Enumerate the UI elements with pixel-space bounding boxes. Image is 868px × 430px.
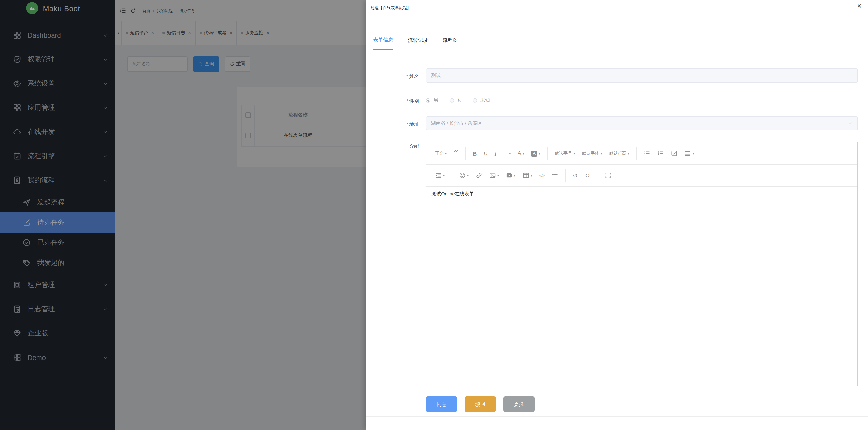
todo-list-icon[interactable] — [671, 150, 678, 156]
sidebar-item-tenant-management[interactable]: 租户管理 — [0, 273, 115, 297]
italic-button[interactable]: I — [495, 150, 496, 156]
chevron-down-icon — [102, 105, 108, 111]
shield-icon — [13, 55, 21, 63]
check-circle-icon — [23, 239, 31, 247]
windows-icon — [13, 353, 21, 362]
name-field[interactable]: 测试 — [426, 68, 858, 83]
undo-icon[interactable]: ↺ — [573, 172, 578, 178]
radio-dot-icon — [450, 98, 454, 103]
sidebar-item-my-workflow[interactable]: 我的流程 — [0, 168, 115, 192]
toolbar-separator — [465, 147, 466, 160]
sidebar-item-workflow-engine[interactable]: 流程引擎 — [0, 144, 115, 168]
bullet-list-icon[interactable] — [644, 150, 651, 156]
editor-toolbar-row-2: ▾ ▾ ▾ ▾ ▾ </> ↺ ↻ — [427, 165, 858, 187]
required-asterisk: * — [407, 74, 408, 79]
reject-button[interactable]: 驳回 — [465, 396, 496, 412]
code-block-button[interactable]: </> — [539, 173, 545, 178]
font-family-dropdown[interactable]: 默认字体▾ — [582, 150, 602, 156]
paragraph-style-dropdown[interactable]: 正文▾ — [435, 150, 446, 156]
bold-button[interactable]: B — [473, 150, 477, 156]
gender-label: *性别 — [366, 98, 419, 105]
editor-toolbar-row-1: 正文▾ “ B U I ···▾ A▾ A▾ 默认字号▾ 默认字体▾ 默认行高▾… — [427, 143, 858, 165]
sidebar-item-permissions[interactable]: 权限管理 — [0, 47, 115, 71]
chevron-down-icon — [102, 282, 108, 288]
calendar-check-icon — [13, 152, 21, 160]
video-dropdown[interactable]: ▾ — [506, 172, 516, 179]
image-dropdown[interactable]: ▾ — [489, 172, 499, 179]
toolbar-separator — [548, 147, 548, 160]
name-label: *姓名 — [366, 74, 419, 80]
tab-form-info[interactable]: 表单信息 — [373, 30, 393, 50]
toolbar-separator — [597, 169, 597, 182]
align-dropdown[interactable]: ▾ — [685, 150, 694, 156]
grid-icon — [13, 31, 21, 39]
sidebar-item-todo-tasks[interactable]: 待办任务 — [0, 212, 115, 233]
sidebar-item-enterprise[interactable]: 企业版 — [0, 321, 115, 345]
sidebar-item-log-management[interactable]: 日志管理 — [0, 297, 115, 321]
radio-dot-icon — [426, 98, 431, 103]
chevron-down-icon — [102, 306, 108, 312]
address-value: 湖南省 / 长沙市 / 岳麓区 — [431, 120, 482, 126]
sidebar-item-online-dev[interactable]: 在线开发 — [0, 120, 115, 144]
chevron-down-icon — [102, 355, 108, 360]
rich-text-editor: 正文▾ “ B U I ···▾ A▾ A▾ 默认字号▾ 默认字体▾ 默认行高▾… — [426, 142, 858, 386]
emoji-dropdown[interactable]: ▾ — [459, 172, 469, 179]
table-dropdown[interactable]: ▾ — [523, 172, 532, 179]
font-size-dropdown[interactable]: 默认字号▾ — [555, 150, 575, 156]
radio-male[interactable]: 男 — [426, 97, 438, 104]
delegate-button[interactable]: 委托 — [503, 396, 534, 412]
tags-icon — [23, 259, 31, 267]
name-value: 测试 — [431, 72, 440, 79]
more-styles-dropdown[interactable]: ···▾ — [503, 151, 511, 156]
radio-female[interactable]: 女 — [450, 97, 462, 104]
sidebar: Maku Boot Dashboard 权限管理 系统设置 应用管理 — [0, 0, 115, 430]
close-icon[interactable]: ✕ — [857, 3, 862, 9]
font-color-dropdown[interactable]: A▾ — [518, 150, 524, 156]
sidebar-item-done-tasks[interactable]: 已办任务 — [0, 233, 115, 253]
cloud-icon — [13, 128, 21, 136]
sidebar-menu: Dashboard 权限管理 系统设置 应用管理 在线开发 — [0, 16, 115, 370]
doc-user-icon — [13, 176, 21, 184]
chevron-down-icon — [102, 57, 108, 62]
address-label: *地址 — [366, 121, 419, 128]
fullscreen-icon[interactable] — [604, 172, 611, 179]
address-select[interactable]: 湖南省 / 长沙市 / 岳麓区 — [426, 116, 858, 131]
sidebar-item-my-initiated[interactable]: 我发起的 — [0, 253, 115, 273]
app-logo[interactable]: Maku Boot — [0, 0, 115, 16]
link-icon[interactable] — [476, 172, 482, 179]
app-window: Maku Boot Dashboard 权限管理 系统设置 应用管理 — [0, 0, 868, 430]
sidebar-item-app-management[interactable]: 应用管理 — [0, 96, 115, 120]
radio-dot-icon — [473, 98, 477, 103]
underline-button[interactable]: U — [484, 150, 487, 156]
approve-button[interactable]: 同意 — [426, 396, 457, 412]
frame-icon — [13, 281, 21, 289]
blockquote-icon[interactable]: “ — [454, 151, 458, 155]
chevron-down-icon — [102, 81, 108, 86]
toolbar-separator — [565, 169, 566, 182]
app-title: Maku Boot — [43, 4, 80, 12]
drawer-actions: 同意 驳回 委托 — [426, 396, 534, 412]
tab-flow-diagram[interactable]: 流程图 — [442, 30, 458, 50]
sidebar-item-start-workflow[interactable]: 发起流程 — [0, 192, 115, 212]
editor-content[interactable]: 测试Online在线表单 — [427, 187, 858, 201]
send-icon — [23, 198, 31, 206]
chevron-down-icon — [102, 153, 108, 159]
logo-mountain-icon — [26, 2, 38, 14]
apps-icon — [13, 104, 21, 112]
radio-unknown[interactable]: 未知 — [473, 97, 490, 104]
toolbar-separator — [452, 169, 452, 182]
process-drawer: 处理【在线表单流程】 ✕ 表单信息 流转记录 流程图 *姓名 测试 *性别 男 … — [366, 0, 868, 430]
toolbar-separator — [637, 147, 637, 160]
line-height-dropdown[interactable]: 默认行高▾ — [609, 150, 629, 156]
gem-icon — [13, 329, 21, 337]
sidebar-item-demo[interactable]: Demo — [0, 345, 115, 370]
indent-dropdown[interactable]: ▾ — [435, 172, 444, 179]
sidebar-item-dashboard[interactable]: Dashboard — [0, 23, 115, 47]
bg-color-dropdown[interactable]: A▾ — [531, 150, 540, 156]
tab-flow-records[interactable]: 流转记录 — [408, 30, 428, 50]
divider-icon[interactable] — [552, 172, 558, 179]
sidebar-item-system-settings[interactable]: 系统设置 — [0, 71, 115, 96]
ordered-list-icon[interactable] — [657, 150, 664, 156]
drawer-title: 处理【在线表单流程】 — [371, 5, 411, 10]
redo-icon[interactable]: ↻ — [585, 172, 590, 178]
